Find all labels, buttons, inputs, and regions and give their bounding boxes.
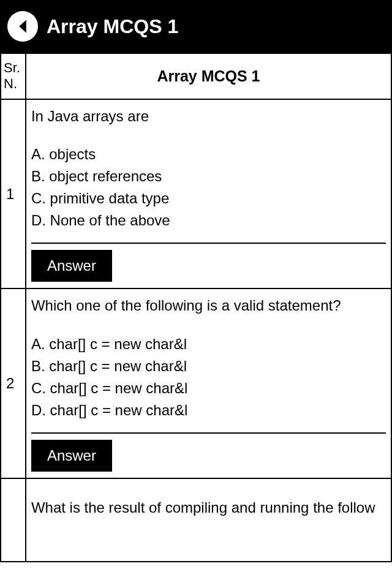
questions-table: Sr. N. Array MCQS 1 1 In Java arrays are…	[0, 53, 392, 562]
table-row: 2 Which one of the following is a valid …	[1, 288, 391, 478]
option-a: A. objects	[31, 143, 386, 165]
question-cell: In Java arrays are A. objects B. object …	[26, 99, 391, 289]
table-row: 1 In Java arrays are A. objects B. objec…	[1, 99, 391, 289]
header-title: Array MCQS 1	[26, 53, 391, 99]
option-a: A. char[] c = new char&l	[31, 333, 386, 355]
page-title: Array MCQS 1	[47, 15, 178, 38]
question-cell: What is the result of compiling and runn…	[26, 478, 391, 562]
option-c: C. primitive data type	[31, 187, 386, 209]
sr-number	[1, 478, 26, 562]
question-text: In Java arrays are	[31, 106, 386, 127]
header-sr: Sr. N.	[1, 53, 26, 99]
options-list: A. char[] c = new char&l B. char[] c = n…	[31, 333, 386, 421]
table-row: What is the result of compiling and runn…	[1, 478, 391, 562]
question-cell: Which one of the following is a valid st…	[26, 288, 391, 478]
back-arrow-icon	[14, 18, 31, 35]
divider	[31, 243, 386, 244]
answer-button[interactable]: Answer	[31, 440, 112, 472]
option-b: B. object references	[31, 165, 386, 187]
divider	[31, 432, 386, 434]
back-button[interactable]	[7, 11, 38, 42]
table-header-row: Sr. N. Array MCQS 1	[1, 53, 391, 99]
question-text: Which one of the following is a valid st…	[31, 295, 386, 316]
option-c: C. char[] c = new char&l	[31, 377, 386, 399]
option-b: B. char[] c = new char&l	[31, 355, 386, 377]
question-text: What is the result of compiling and runn…	[31, 497, 386, 518]
option-d: D. char[] c = new char&l	[31, 399, 386, 421]
app-header: Array MCQS 1	[0, 0, 392, 53]
answer-button[interactable]: Answer	[31, 250, 112, 282]
sr-number: 2	[1, 288, 26, 478]
options-list: A. objects B. object references C. primi…	[31, 143, 386, 232]
sr-number: 1	[1, 99, 26, 289]
option-d: D. None of the above	[31, 209, 386, 232]
